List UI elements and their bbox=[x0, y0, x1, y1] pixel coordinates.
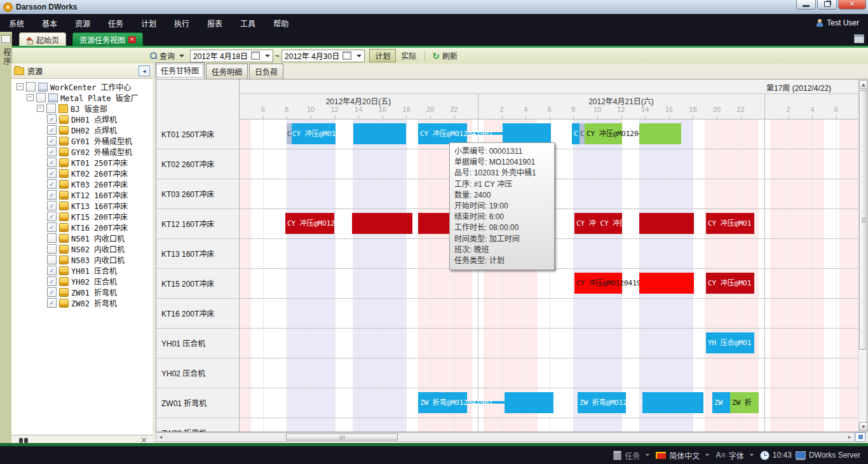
tree-node[interactable]: ✓GY01 外桶成型机 bbox=[11, 135, 153, 146]
font-dropdown-icon[interactable] bbox=[750, 454, 754, 456]
task-bar[interactable] bbox=[505, 392, 553, 413]
task-marker[interactable]: C bbox=[580, 123, 585, 144]
tree-node[interactable]: ✓ZW02 折弯机 bbox=[11, 297, 153, 308]
task-bar[interactable]: CY 冲压@MO1 bbox=[706, 213, 754, 234]
tree-checkbox[interactable]: ✓ bbox=[47, 125, 57, 135]
tree-checkbox[interactable]: ✓ bbox=[47, 168, 57, 178]
menu-item-6[interactable]: 执行 bbox=[165, 14, 198, 32]
task-bar[interactable]: CY 冲压@MO12041904 bbox=[285, 213, 334, 234]
actual-toggle-button[interactable]: 实际 bbox=[396, 50, 421, 62]
task-bar[interactable] bbox=[639, 273, 694, 294]
date-from-dropdown-icon[interactable] bbox=[265, 55, 270, 57]
menu-item-2[interactable]: 基本 bbox=[33, 14, 66, 32]
tab-resource-task-view[interactable]: 资源任务视图 ✕ bbox=[72, 32, 143, 47]
status-server[interactable]: DWorks Server bbox=[796, 451, 860, 460]
menu-item-4[interactable]: 任务 bbox=[99, 14, 132, 32]
tab-strip-menu-icon[interactable] bbox=[854, 34, 864, 43]
gantt-tab-3[interactable]: 日负荷 bbox=[249, 64, 283, 79]
tree-node[interactable]: ✓DH02 点焊机 bbox=[11, 125, 153, 135]
gantt-tab-2[interactable]: 任务明细 bbox=[206, 64, 248, 79]
language-dropdown-icon[interactable] bbox=[705, 454, 709, 456]
scroll-right-arrow[interactable]: ▸ bbox=[845, 433, 854, 441]
task-bar[interactable]: CY 冲压@MO12041901 bbox=[418, 123, 467, 144]
tree-node[interactable]: ✓KT16 200T冲床 bbox=[11, 222, 153, 233]
task-dropdown-icon[interactable] bbox=[646, 454, 649, 456]
tree-node[interactable]: −BJ 钣金部 bbox=[11, 103, 153, 114]
tree-checkbox[interactable]: ✓ bbox=[47, 179, 57, 189]
date-to-dropdown-icon[interactable] bbox=[356, 55, 362, 57]
panel-collapse-button[interactable]: ◂ bbox=[139, 65, 150, 76]
tree-checkbox[interactable]: ✓ bbox=[47, 201, 57, 210]
tree-node[interactable]: ✓KT02 260T冲床 bbox=[11, 168, 153, 179]
tab-close-icon[interactable]: ✕ bbox=[128, 36, 136, 43]
tree-checkbox[interactable]: ✓ bbox=[47, 190, 57, 200]
horizontal-scrollbar[interactable]: ◂ ▸ bbox=[156, 432, 855, 442]
task-bar[interactable]: ZW 折 bbox=[730, 392, 759, 413]
programs-panel-icon[interactable] bbox=[1, 35, 11, 43]
tree-node[interactable]: ✓KT01 250T冲床 bbox=[11, 157, 153, 168]
task-bar[interactable] bbox=[353, 123, 406, 144]
vertical-scrollbar[interactable]: ▲▼ bbox=[858, 79, 867, 432]
date-from-field[interactable]: 2012年 4月18日 bbox=[190, 50, 273, 62]
refresh-button[interactable]: ↻ 刷新 bbox=[428, 49, 461, 62]
plan-toggle-button[interactable]: 计划 bbox=[369, 49, 396, 62]
tree-checkbox[interactable]: ✓ bbox=[47, 158, 57, 167]
tree-node[interactable]: ✓ZW01 折弯机 bbox=[11, 287, 153, 297]
tree-checkbox[interactable]: ✓ bbox=[47, 212, 57, 221]
task-bar[interactable] bbox=[352, 213, 412, 234]
user-indicator[interactable]: Test User bbox=[816, 14, 859, 32]
date-to-field[interactable]: 2012年 4月30日 bbox=[281, 50, 365, 62]
tree-checkbox[interactable] bbox=[46, 104, 56, 113]
tree-checkbox[interactable]: ✓ bbox=[47, 298, 57, 308]
tree-checkbox[interactable]: ✓ bbox=[47, 147, 57, 156]
calendar-icon[interactable] bbox=[342, 51, 351, 60]
tree-checkbox[interactable] bbox=[47, 233, 57, 243]
task-bar[interactable]: YH 压合@MO1 bbox=[706, 332, 754, 353]
query-dropdown-icon[interactable] bbox=[179, 55, 184, 57]
gantt-tab-1[interactable]: 任务甘特图 bbox=[155, 62, 205, 79]
find-binoculars-icon[interactable] bbox=[19, 438, 28, 443]
tree-checkbox[interactable]: ✓ bbox=[47, 266, 57, 275]
tree-node[interactable]: NS02 内收口机 bbox=[11, 243, 153, 254]
tree-node[interactable]: ✓KT13 160T冲床 bbox=[11, 200, 153, 211]
task-bar[interactable]: ZW bbox=[712, 392, 730, 413]
task-bar[interactable]: CY 冲压@MO12041903 bbox=[574, 273, 622, 294]
tree-checkbox[interactable] bbox=[47, 255, 57, 264]
task-bar[interactable]: CY 冲压@MO1 bbox=[706, 273, 754, 294]
horizontal-scroll-thumb[interactable] bbox=[286, 433, 398, 440]
restore-button[interactable] bbox=[817, 0, 837, 10]
scroll-up-arrow[interactable]: ▲ bbox=[859, 80, 867, 89]
vertical-scroll-thumb[interactable] bbox=[859, 90, 867, 350]
menu-item-8[interactable]: 工具 bbox=[231, 14, 264, 32]
task-bar[interactable] bbox=[639, 123, 681, 144]
tree-node[interactable]: ✓KT15 200T冲床 bbox=[11, 211, 153, 222]
tree-node[interactable]: −WorkCenter 工作中心 bbox=[11, 81, 153, 92]
task-bar[interactable] bbox=[639, 213, 694, 234]
tree-node[interactable]: ✓GY02 外桶成型机 bbox=[11, 146, 153, 157]
tree-checkbox[interactable] bbox=[26, 82, 36, 92]
tree-node[interactable]: ✓YH01 压合机 bbox=[11, 265, 153, 276]
task-bar[interactable]: ZW 折弯@MO12041901 bbox=[578, 392, 626, 413]
menu-item-1[interactable]: 系统 bbox=[0, 14, 33, 32]
tree-checkbox[interactable] bbox=[47, 244, 57, 254]
tree-checkbox[interactable]: ✓ bbox=[47, 136, 57, 146]
expander-icon[interactable]: − bbox=[37, 105, 44, 112]
minimize-button[interactable] bbox=[796, 0, 816, 10]
calendar-icon[interactable] bbox=[251, 51, 260, 60]
tree-checkbox[interactable] bbox=[36, 93, 46, 102]
tree-checkbox[interactable]: ✓ bbox=[47, 287, 57, 297]
task-bar[interactable]: CY 冲 CY 冲压@MO12041904 bbox=[574, 213, 622, 234]
query-button[interactable]: 查询 bbox=[146, 49, 188, 62]
task-bar[interactable]: CY 冲压@MO12041902 bbox=[585, 123, 622, 144]
tree-node[interactable]: NS03 内收口机 bbox=[11, 254, 153, 265]
status-task[interactable]: 任务 bbox=[613, 450, 652, 461]
task-marker[interactable]: C bbox=[287, 123, 292, 144]
tree-node[interactable]: ✓YH02 压合机 bbox=[11, 276, 153, 287]
menu-item-5[interactable]: 计划 bbox=[132, 14, 165, 32]
task-bar[interactable] bbox=[642, 392, 703, 413]
menu-item-7[interactable]: 报表 bbox=[198, 14, 231, 32]
task-bar[interactable]: C bbox=[572, 123, 580, 144]
tree-node[interactable]: −Metal Plate 钣金厂 bbox=[11, 92, 153, 103]
scroll-corner-button[interactable] bbox=[855, 432, 865, 442]
task-bar[interactable]: ZW 折弯@MO12041901 bbox=[418, 392, 467, 413]
